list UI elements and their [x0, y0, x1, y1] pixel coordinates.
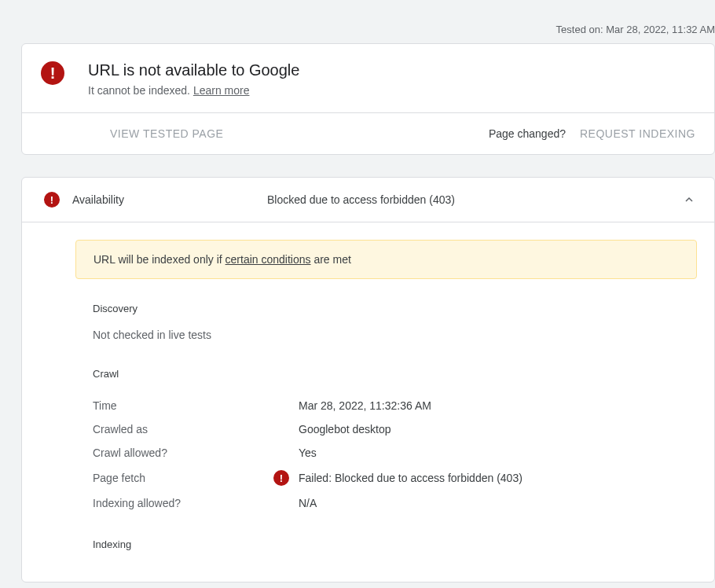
crawl-indexingallowed-label: Indexing allowed? [93, 497, 273, 509]
crawl-crawledas-value: Googlebot desktop [299, 423, 391, 435]
status-subtitle: It cannot be indexed. Learn more [88, 84, 299, 97]
availability-status: Blocked due to access forbidden (403) [267, 193, 681, 206]
certain-conditions-link[interactable]: certain conditions [226, 253, 311, 266]
crawl-allowed-label: Crawl allowed? [93, 447, 273, 459]
crawl-time-label: Time [93, 399, 273, 412]
crawl-crawledas-label: Crawled as [93, 423, 273, 435]
warning-suffix: are met [311, 253, 351, 266]
crawl-row-page-fetch: Page fetch ! Failed: Blocked due to acce… [93, 465, 697, 491]
view-tested-page-button: VIEW TESTED PAGE [110, 127, 223, 140]
availability-accordion-header[interactable]: ! Availability Blocked due to access for… [22, 178, 714, 222]
status-subtitle-text: It cannot be indexed. [88, 84, 193, 97]
crawl-pagefetch-value: Failed: Blocked due to access forbidden … [299, 472, 522, 484]
crawl-row-crawled-as: Crawled as Googlebot desktop [93, 417, 697, 441]
chevron-up-icon [681, 192, 697, 208]
availability-card: ! Availability Blocked due to access for… [21, 177, 715, 582]
status-title: URL is not available to Google [88, 61, 299, 79]
warning-prefix: URL will be indexed only if [94, 253, 226, 266]
crawl-row-indexing-allowed: Indexing allowed? N/A [93, 491, 697, 515]
availability-accordion-body: URL will be indexed only if certain cond… [22, 222, 714, 582]
crawl-pagefetch-label: Page fetch [93, 472, 273, 484]
error-icon: ! [41, 61, 64, 85]
warning-box: URL will be indexed only if certain cond… [75, 240, 697, 279]
crawl-indexingallowed-value: N/A [299, 497, 317, 509]
action-row: VIEW TESTED PAGE Page changed? REQUEST I… [22, 112, 714, 154]
discovery-text: Not checked in live tests [93, 329, 697, 341]
error-icon: ! [273, 470, 289, 486]
crawl-row-time: Time Mar 28, 2022, 11:32:36 AM [93, 394, 697, 417]
crawl-row-crawl-allowed: Crawl allowed? Yes [93, 441, 697, 465]
request-indexing-button: REQUEST INDEXING [580, 127, 695, 140]
discovery-heading: Discovery [93, 303, 697, 314]
crawl-heading: Crawl [93, 368, 697, 380]
crawl-row-iconcell: ! [273, 470, 299, 486]
learn-more-link[interactable]: Learn more [193, 84, 250, 97]
status-text-block: URL is not available to Google It cannot… [88, 61, 299, 97]
availability-label: Availability [72, 193, 267, 206]
tested-on-prefix: Tested on: [556, 24, 603, 35]
tested-on-label: Tested on: Mar 28, 2022, 11:32 AM [0, 0, 715, 43]
crawl-allowed-value: Yes [299, 447, 317, 459]
indexing-heading: Indexing [93, 538, 697, 550]
status-header: ! URL is not available to Google It cann… [22, 44, 714, 112]
error-icon: ! [44, 192, 60, 208]
page-changed-label: Page changed? [489, 127, 566, 140]
tested-on-value: Mar 28, 2022, 11:32 AM [606, 24, 715, 35]
crawl-details: Time Mar 28, 2022, 11:32:36 AM Crawled a… [93, 394, 697, 515]
crawl-time-value: Mar 28, 2022, 11:32:36 AM [299, 399, 431, 412]
status-card: ! URL is not available to Google It cann… [21, 43, 715, 155]
